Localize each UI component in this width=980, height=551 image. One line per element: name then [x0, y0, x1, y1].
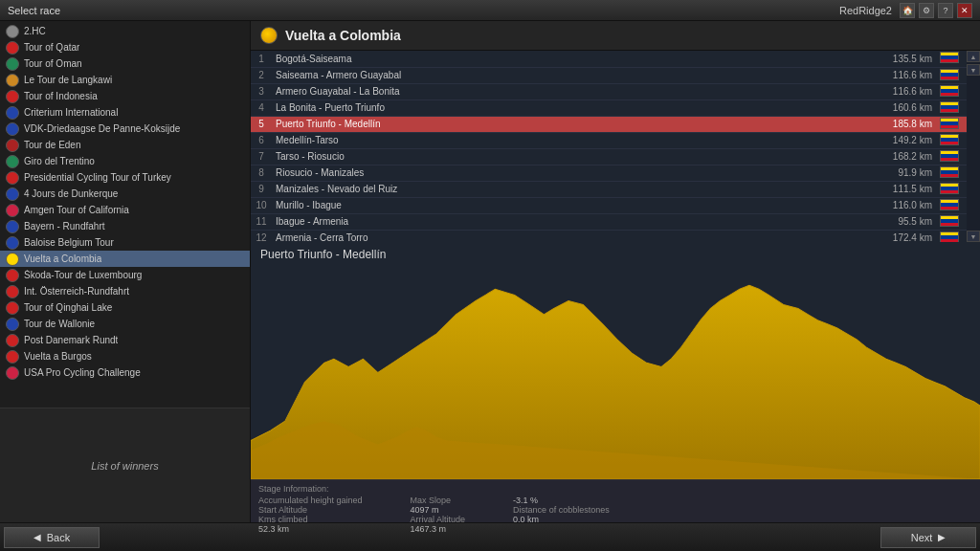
race-item[interactable]: Tour of Indonesia: [0, 88, 250, 104]
table-row[interactable]: 2Saiseama - Armero Guayabal116.6 km: [251, 67, 967, 83]
race-item-label: Bayern - Rundfahrt: [24, 221, 105, 231]
close-button[interactable]: ✕: [957, 3, 972, 18]
table-row[interactable]: 11Ibague - Armenia95.5 km: [251, 213, 967, 230]
race-item[interactable]: VDK-Driedaagse De Panne-Koksijde: [0, 121, 250, 137]
stage-flag-icon: [940, 166, 959, 178]
race-item[interactable]: Tour de Eden: [0, 137, 250, 153]
next-arrow: ▶: [938, 532, 946, 542]
stage-label: Medellín-Tarso: [272, 132, 869, 148]
race-item[interactable]: Tour of Qatar: [0, 39, 250, 55]
race-item[interactable]: Tour de Wallonie: [0, 316, 250, 332]
scroll-bottom-button[interactable]: ▼: [967, 231, 980, 242]
race-item[interactable]: Vuelta a Burgos: [0, 348, 250, 364]
stage-distance: 116.6 km: [869, 83, 936, 99]
stage-table-container[interactable]: 1Bogotá-Saiseama135.5 km2Saiseama - Arme…: [251, 51, 980, 242]
stage-info-title: Stage Information:: [258, 484, 972, 494]
stage-number: 1: [251, 51, 272, 67]
race-item[interactable]: Giro del Trentino: [0, 153, 250, 169]
table-row[interactable]: 1Bogotá-Saiseama135.5 km: [251, 51, 967, 67]
race-item[interactable]: Baloise Belgium Tour: [0, 234, 250, 251]
cobblestones-label: Distance of cobblestones: [513, 505, 610, 515]
race-flag-icon: [6, 155, 19, 168]
scroll-down-button[interactable]: ▼: [967, 64, 980, 76]
stage-flag-icon: [940, 69, 959, 80]
table-row[interactable]: 4La Bonita - Puerto Triunfo160.6 km: [251, 99, 967, 116]
race-item[interactable]: USA Pro Cycling Challenge: [0, 364, 250, 381]
stage-table-wrapper: 1Bogotá-Saiseama135.5 km2Saiseama - Arme…: [251, 51, 980, 242]
stage-label: Puerto Triunfo - Medellín: [272, 116, 869, 132]
stage-distance: 116.0 km: [869, 197, 936, 213]
table-row[interactable]: 6Medellín-Tarso149.2 km: [251, 132, 967, 148]
stage-flag-icon: [940, 199, 959, 210]
stage-distance: 116.6 km: [869, 67, 936, 83]
settings-button[interactable]: ⚙: [919, 3, 934, 18]
arrival-alt-label: Arrival Altitude: [411, 515, 466, 524]
race-item[interactable]: Criterium International: [0, 104, 250, 121]
profile-title: Puerto Triunfo - Medellín: [260, 248, 386, 261]
stage-flag-cell: [936, 83, 967, 99]
race-flag-icon: [6, 74, 19, 87]
help-button[interactable]: ?: [938, 3, 953, 18]
stage-flag-icon: [940, 85, 959, 97]
stage-label: Manizales - Nevado del Ruiz: [272, 181, 869, 197]
stage-flag-cell: [936, 148, 967, 165]
race-item[interactable]: Tour of Oman: [0, 55, 250, 72]
stage-label: Ibague - Armenia: [272, 213, 869, 230]
race-item[interactable]: Tour of Qinghai Lake: [0, 299, 250, 316]
scroll-up-button[interactable]: ▲: [967, 51, 980, 62]
table-row[interactable]: 10Murillo - Ibague116.0 km: [251, 197, 967, 213]
race-flag: [260, 27, 278, 44]
next-label: Next: [911, 532, 933, 543]
race-item[interactable]: Škoda-Tour de Luxembourg: [0, 267, 250, 283]
stage-number: 5: [251, 116, 272, 132]
race-list[interactable]: 2.HCTour of QatarTour of OmanLe Tour de …: [0, 21, 250, 408]
race-item[interactable]: Vuelta a Colombia: [0, 251, 250, 267]
back-arrow: ◀: [33, 532, 41, 542]
stage-distance: 185.8 km: [869, 116, 936, 132]
race-item[interactable]: Post Danemark Rundt: [0, 332, 250, 348]
stage-distance: 91.9 km: [869, 165, 936, 181]
race-item-label: Baloise Belgium Tour: [24, 237, 114, 248]
table-row[interactable]: 12Armenia - Cerra Torro172.4 km: [251, 230, 967, 242]
race-flag-icon: [6, 106, 19, 120]
stage-scroll-buttons: ▲ ▼ ▼: [967, 51, 980, 242]
race-flag-icon: [6, 187, 19, 201]
stage-flag-icon: [940, 52, 959, 63]
race-item-label: Vuelta a Burgos: [24, 351, 92, 362]
next-button[interactable]: Next ▶: [880, 527, 976, 548]
race-item-label: Vuelta a Colombia: [24, 253, 101, 264]
race-item-label: USA Pro Cycling Challenge: [24, 367, 141, 378]
list-of-winners: List of winners: [91, 460, 158, 472]
stage-distance: 135.5 km: [869, 51, 936, 67]
stage-number: 3: [251, 83, 272, 99]
stage-label: Armenia - Cerra Torro: [272, 230, 869, 242]
race-item[interactable]: 2.HC: [0, 23, 250, 39]
table-row[interactable]: 7Tarso - Riosucio168.2 km: [251, 148, 967, 165]
table-row[interactable]: 8Riosucio - Manizales91.9 km: [251, 165, 967, 181]
race-item[interactable]: 4 Jours de Dunkerque: [0, 186, 250, 202]
table-row[interactable]: 5Puerto Triunfo - Medellín185.8 km: [251, 116, 967, 132]
table-row[interactable]: 9Manizales - Nevado del Ruiz111.5 km: [251, 181, 967, 197]
stage-flag-icon: [940, 101, 959, 113]
race-item-label: Škoda-Tour de Luxembourg: [24, 270, 142, 280]
race-item-label: 2.HC: [24, 26, 46, 36]
stage-flag-cell: [936, 99, 967, 116]
stage-number: 4: [251, 99, 272, 116]
cobblestones-value: 0.0 km: [513, 515, 610, 524]
race-item-label: Tour of Oman: [24, 58, 82, 69]
race-item[interactable]: Le Tour de Langkawi: [0, 72, 250, 88]
race-item-label: 4 Jours de Dunkerque: [24, 188, 118, 199]
stage-flag-cell: [936, 165, 967, 181]
race-flag-icon: [6, 334, 19, 347]
race-item[interactable]: Int. Österreich-Rundfahrt: [0, 283, 250, 299]
race-item[interactable]: Amgen Tour of California: [0, 202, 250, 218]
stage-distance: 168.2 km: [869, 148, 936, 165]
back-button[interactable]: ◀ Back: [4, 527, 100, 548]
table-row[interactable]: 3Armero Guayabal - La Bonita116.6 km: [251, 83, 967, 99]
home-button[interactable]: 🏠: [900, 3, 915, 18]
race-item-label: Post Danemark Rundt: [24, 335, 118, 345]
race-flag-icon: [6, 204, 19, 217]
race-item-label: Int. Österreich-Rundfahrt: [24, 286, 129, 297]
race-item[interactable]: Presidential Cycling Tour of Turkey: [0, 169, 250, 186]
race-item[interactable]: Bayern - Rundfahrt: [0, 218, 250, 234]
